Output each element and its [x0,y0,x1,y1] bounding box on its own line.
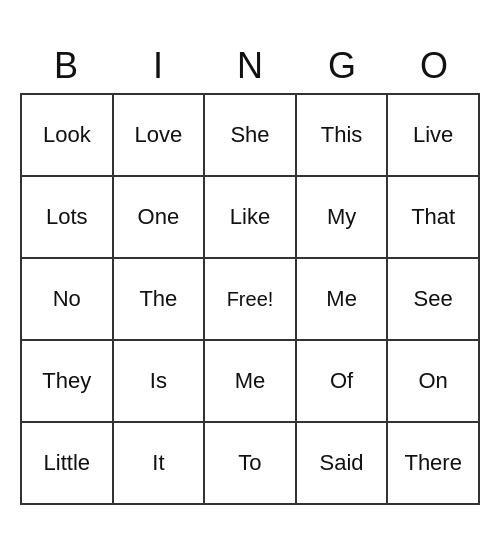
bingo-cell[interactable]: Love [114,95,206,177]
bingo-cell[interactable]: Free! [205,259,297,341]
bingo-cell[interactable]: Little [22,423,114,505]
bingo-header: BINGO [20,39,480,93]
bingo-cell[interactable]: Me [297,259,389,341]
bingo-cell[interactable]: Of [297,341,389,423]
bingo-cell[interactable]: She [205,95,297,177]
bingo-cell[interactable]: My [297,177,389,259]
bingo-cell[interactable]: They [22,341,114,423]
bingo-cell[interactable]: Look [22,95,114,177]
bingo-cell[interactable]: There [388,423,480,505]
header-letter: G [296,39,388,93]
bingo-cell[interactable]: It [114,423,206,505]
header-letter: O [388,39,480,93]
header-letter: N [204,39,296,93]
bingo-cell[interactable]: That [388,177,480,259]
bingo-cell[interactable]: Said [297,423,389,505]
bingo-cell[interactable]: Lots [22,177,114,259]
bingo-grid: LookLoveSheThisLiveLotsOneLikeMyThatNoTh… [20,93,480,505]
bingo-cell[interactable]: On [388,341,480,423]
bingo-cell[interactable]: One [114,177,206,259]
bingo-cell[interactable]: To [205,423,297,505]
bingo-cell[interactable]: No [22,259,114,341]
bingo-cell[interactable]: See [388,259,480,341]
bingo-cell[interactable]: Me [205,341,297,423]
header-letter: B [20,39,112,93]
bingo-cell[interactable]: Like [205,177,297,259]
bingo-cell[interactable]: Live [388,95,480,177]
bingo-cell[interactable]: This [297,95,389,177]
bingo-card: BINGO LookLoveSheThisLiveLotsOneLikeMyTh… [20,39,480,505]
bingo-cell[interactable]: Is [114,341,206,423]
bingo-cell[interactable]: The [114,259,206,341]
header-letter: I [112,39,204,93]
